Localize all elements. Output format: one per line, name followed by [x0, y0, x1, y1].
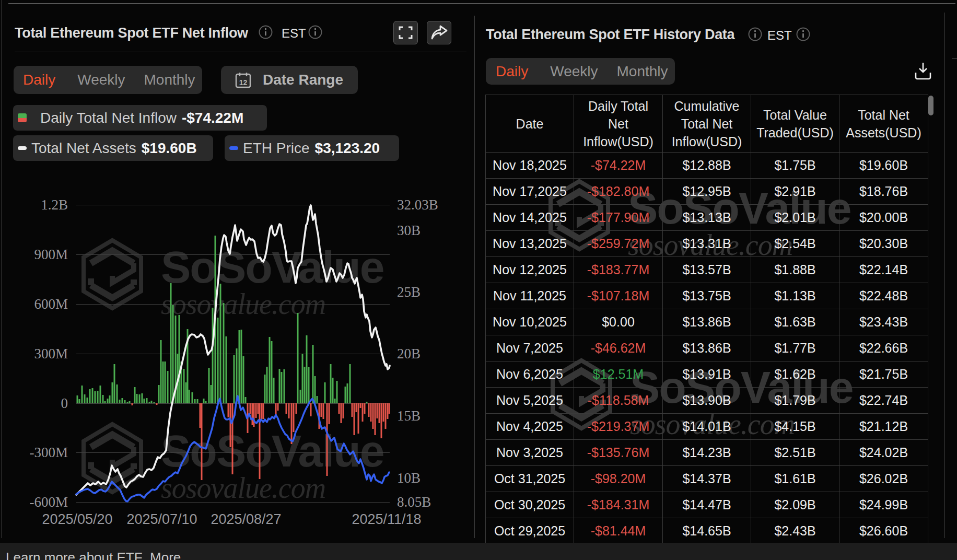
svg-text:2025/11/18: 2025/11/18: [352, 511, 421, 527]
svg-text:1.2B: 1.2B: [41, 197, 68, 213]
svg-text:30B: 30B: [397, 223, 421, 238]
svg-text:-300M: -300M: [30, 445, 68, 460]
svg-text:sosovalue.com: sosovalue.com: [161, 472, 325, 504]
svg-text:300M: 300M: [34, 346, 68, 361]
svg-text:-600M: -600M: [30, 494, 68, 510]
svg-text:25B: 25B: [397, 284, 421, 300]
svg-text:600M: 600M: [34, 296, 68, 312]
svg-text:SoSoValue: SoSoValue: [161, 242, 384, 292]
svg-text:8.05B: 8.05B: [397, 494, 431, 510]
svg-text:20B: 20B: [397, 346, 421, 361]
svg-text:10B: 10B: [397, 470, 421, 486]
svg-text:32.03B: 32.03B: [397, 197, 438, 213]
svg-text:2025/05/20: 2025/05/20: [42, 511, 112, 527]
svg-text:0: 0: [61, 395, 68, 411]
svg-text:900M: 900M: [34, 247, 68, 262]
svg-text:2025/08/27: 2025/08/27: [211, 511, 281, 527]
svg-text:15B: 15B: [397, 408, 421, 424]
svg-text:2025/07/10: 2025/07/10: [126, 511, 197, 527]
svg-text:SoSoValue: SoSoValue: [161, 426, 384, 476]
